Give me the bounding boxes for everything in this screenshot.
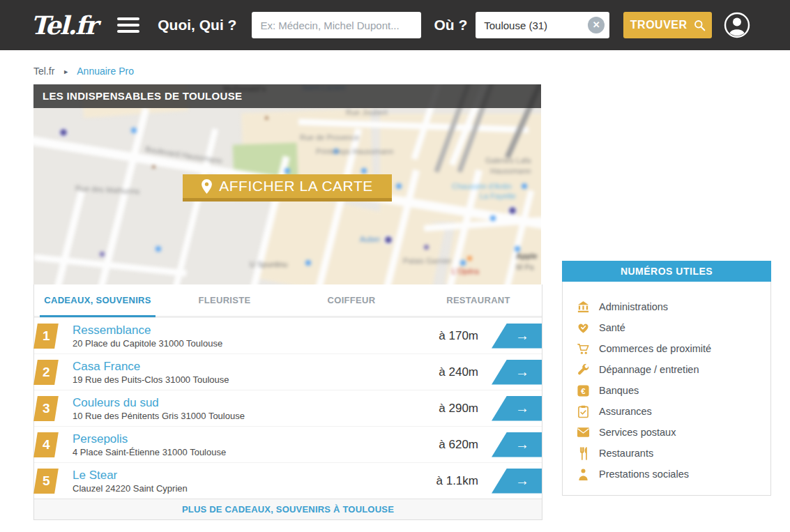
distance-label: à 170m [439,329,478,343]
sidebar-item-sante[interactable]: Santé [563,317,770,338]
go-to-business-button[interactable]: → [492,360,542,385]
tab-restaurant[interactable]: RESTAURANT [415,284,542,316]
distance-label: à 290m [439,402,478,416]
business-info: Persepolis 4 Place Saint-Étienne 31000 T… [73,432,439,457]
business-name-link[interactable]: Le Stear [73,469,117,482]
go-to-business-button[interactable]: → [492,469,542,494]
more-results-bar: PLUS DE CADEAUX, SOUVENIRS À TOULOUSE [34,499,542,519]
map-title: LES INDISPENSABLES DE TOULOUSE [33,84,541,108]
map-pin-icon [202,179,212,194]
what-label: Quoi, Qui ? [158,17,236,33]
euro-icon: € [575,384,591,397]
business-address: 20 Place du Capitole 31000 Toulouse [73,338,439,349]
what-input[interactable] [252,12,421,38]
where-label: Où ? [434,17,467,33]
results-panel: CADEAUX, SOUVENIRS FLEURISTE COIFFEUR RE… [33,284,542,520]
sidebar-item-label: Restaurants [599,448,653,459]
list-item: 1 Ressemblance 20 Place du Capitole 3100… [34,317,542,354]
tab-fleuriste[interactable]: FLEURISTE [161,284,288,316]
clipboard-icon [575,405,591,418]
tab-cadeaux-souvenirs[interactable]: CADEAUX, SOUVENIRS [34,284,161,316]
business-name-link[interactable]: Persepolis [73,432,128,446]
list-item: 2 Casa France 19 Rue des Puits-Clos 3100… [34,354,542,390]
rank-badge: 4 [33,432,59,457]
sidebar-item-depannage[interactable]: Dépannage / entretien [563,359,770,380]
map-preview: ▲ ▲ ▲ McDonald's Saint-Lazare Rue Jouber… [33,84,541,284]
go-to-business-button[interactable]: → [492,324,542,349]
show-map-button[interactable]: AFFICHER LA CARTE [183,174,392,202]
rank-badge: 2 [33,360,59,385]
breadcrumb-separator-icon: ► [63,68,69,75]
rank-badge: 3 [33,396,59,421]
magnifier-icon [694,20,706,31]
business-name-link[interactable]: Couleurs du sud [73,396,159,410]
heart-icon [575,321,591,334]
useful-numbers-title: NUMÉROS UTILES [562,261,771,282]
useful-numbers-list: Administrations Santé Commerces de proxi… [562,282,771,496]
site-logo[interactable]: Tel.fr [31,10,96,40]
sidebar-item-assurances[interactable]: Assurances [563,401,770,422]
sidebar-item-label: Commerces de proximité [599,343,711,354]
more-results-link[interactable]: PLUS DE CADEAUX, SOUVENIRS À TOULOUSE [182,504,394,515]
category-tabs: CADEAUX, SOUVENIRS FLEURISTE COIFFEUR RE… [34,284,542,317]
search-button-label: TROUVER [630,19,688,31]
wrench-icon [575,363,591,377]
sidebar-item-label: Assurances [599,406,652,417]
go-to-business-button[interactable]: → [492,432,542,457]
page: Tel.fr Quoi, Qui ? Où ? ✕ TROUVER Tel.fr… [0,0,790,532]
list-item: 4 Persepolis 4 Place Saint-Étienne 31000… [34,426,542,462]
distance-label: à 620m [439,438,478,452]
top-bar: Tel.fr Quoi, Qui ? Où ? ✕ TROUVER [0,0,790,50]
business-name-link[interactable]: Ressemblance [73,324,151,337]
rank-badge: 1 [33,324,59,349]
distance-label: à 240m [439,365,478,379]
account-icon[interactable] [724,12,750,38]
business-name-link[interactable]: Casa France [73,360,140,374]
sidebar-item-label: Services postaux [599,427,676,438]
hamburger-menu-icon[interactable] [117,14,139,36]
sidebar-item-services-postaux[interactable]: Services postaux [563,422,770,443]
svg-text:€: € [581,386,586,395]
cutlery-icon [575,447,591,460]
sidebar-item-label: Banques [599,385,639,396]
sidebar-item-restaurants[interactable]: Restaurants [563,443,770,464]
business-address: 4 Place Saint-Étienne 31000 Toulouse [73,447,439,457]
breadcrumb-home[interactable]: Tel.fr [33,66,54,77]
business-address: 10 Rue des Pénitents Gris 31000 Toulouse [73,411,439,421]
sidebar-item-label: Administrations [599,301,668,312]
sidebar-item-commerces[interactable]: Commerces de proximité [563,338,770,359]
person-icon [575,468,591,481]
list-item: 3 Couleurs du sud 10 Rue des Pénitents G… [34,390,542,426]
sidebar-item-label: Prestations sociales [599,469,689,480]
sidebar-item-administrations[interactable]: Administrations [563,296,770,317]
business-info: Couleurs du sud 10 Rue des Pénitents Gri… [73,396,439,421]
go-to-business-button[interactable]: → [492,396,542,421]
business-info: Le Stear Clauzel 24220 Saint Cyprien [73,469,436,494]
sidebar-item-banques[interactable]: € Banques [563,380,770,401]
show-map-label: AFFICHER LA CARTE [219,178,373,195]
building-icon [575,301,591,314]
business-info: Ressemblance 20 Place du Capitole 31000 … [73,324,439,349]
list-item: 5 Le Stear Clauzel 24220 Saint Cyprien à… [34,462,542,499]
sidebar-item-label: Santé [599,322,625,333]
useful-numbers-panel: NUMÉROS UTILES Administrations Santé Com… [562,261,771,496]
rank-badge: 5 [33,469,59,494]
business-address: 19 Rue des Puits-Clos 31000 Toulouse [73,374,439,385]
search-button[interactable]: TROUVER [623,12,712,38]
distance-label: à 1.1km [436,474,478,488]
business-address: Clauzel 24220 Saint Cyprien [73,483,436,494]
sidebar-item-label: Dépannage / entretien [599,364,699,375]
where-input-wrap: ✕ [476,12,609,38]
sidebar-item-prestations-sociales[interactable]: Prestations sociales [563,464,770,485]
breadcrumb: Tel.fr ► Annuaire Pro [33,66,134,77]
business-info: Casa France 19 Rue des Puits-Clos 31000 … [73,360,439,385]
breadcrumb-annuaire-pro[interactable]: Annuaire Pro [77,66,134,77]
cart-icon [575,342,591,356]
tab-coiffeur[interactable]: COIFFEUR [288,284,415,316]
envelope-icon [575,427,591,438]
